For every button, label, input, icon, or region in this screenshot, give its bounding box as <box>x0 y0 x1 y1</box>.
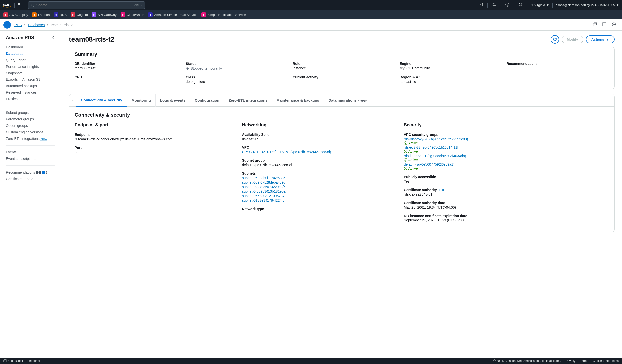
account-menu[interactable]: hsholt@clemson.edu @ 2748-1532-1855 ▼ <box>556 3 619 7</box>
sidebar-item-automated-backups[interactable]: Automated backups <box>0 83 61 89</box>
tab-data-migrations-[interactable]: Data migrations - new <box>324 94 371 107</box>
cloudshell-icon[interactable] <box>477 1 484 9</box>
favorite-lambda[interactable]: ◆Lambda <box>32 12 50 17</box>
sidebar-collapse-icon[interactable] <box>52 36 55 40</box>
subnet-link[interactable]: subnet-06083b0f11a4e5336 <box>242 176 392 180</box>
copy-icon[interactable]: ⧉ <box>75 137 77 141</box>
panel-icon[interactable] <box>600 21 609 29</box>
ca-label: Certificate authority <box>404 188 437 192</box>
svg-rect-19 <box>593 23 596 26</box>
summary-cell <box>502 72 609 85</box>
search-input[interactable] <box>36 3 131 7</box>
search-shortcut: [Alt+S] <box>133 3 142 7</box>
sidebar-item-zero-etl-integrations[interactable]: Zero-ETL integrationsNew <box>0 135 61 142</box>
svg-point-22 <box>612 23 616 26</box>
sidebar-item-query-editor[interactable]: Query Editor <box>0 57 61 63</box>
subnet-link[interactable]: subnet-0f55953013b181eba <box>242 189 392 193</box>
security-group-link[interactable]: rds-rdsproxy-20 (sg-025cde0fa72593c83) <box>404 137 468 141</box>
favorites-bar: ◆AWS Amplify◆Lambda◆RDS◆Cognito◆API Gate… <box>0 10 622 19</box>
svg-rect-7 <box>18 6 19 6</box>
summary-cell: Region & AZus-east-1c <box>395 72 502 85</box>
summary-cell: EngineMySQL Community <box>395 61 502 72</box>
tab-zero-etl-integrations[interactable]: Zero-ETL integrations <box>224 94 272 107</box>
svg-rect-6 <box>21 4 21 5</box>
sidebar-item-events[interactable]: Events <box>0 149 61 155</box>
subnet-link[interactable]: subnet-0183e341784f224fd <box>242 198 392 202</box>
global-search[interactable]: [Alt+S] <box>28 1 145 9</box>
ca-value: rds-ca-rsa2048-g1 <box>404 192 609 196</box>
sidebar-item-subnet-groups[interactable]: Subnet groups <box>0 109 61 116</box>
tabs-bar: ‹ Connectivity & securityMonitoringLogs … <box>69 94 614 107</box>
favorite-rds[interactable]: ◆RDS <box>54 12 67 17</box>
favorite-simple-notification-service[interactable]: ◆Simple Notification Service <box>201 12 246 17</box>
favorite-api-gateway[interactable]: ◆API Gateway <box>92 12 117 17</box>
breadcrumb-root[interactable]: RDS <box>14 23 22 27</box>
subnet-link[interactable]: subnet-065e8031270957879 <box>242 194 392 198</box>
vpc-label: VPC <box>242 146 392 149</box>
favorite-cognito[interactable]: ◆Cognito <box>71 12 88 17</box>
breadcrumb-bar: RDS › Databases › team08-rds-t2 <box>0 19 622 31</box>
tab-connectivity-security[interactable]: Connectivity & security <box>76 94 127 107</box>
breadcrumb-parent[interactable]: Databases <box>28 23 45 27</box>
summary-cell: CPU- <box>75 72 181 85</box>
modify-button[interactable]: Modify <box>562 36 583 43</box>
sidebar-item-exports-in-amazon-s3[interactable]: Exports in Amazon S3 <box>0 76 61 83</box>
endpoint-port-title: Endpoint & port <box>75 122 231 128</box>
tab-configuration[interactable]: Configuration <box>190 94 224 107</box>
notifications-icon[interactable] <box>491 1 498 9</box>
sidebar-item-custom-engine-versions[interactable]: Custom engine versions <box>0 129 61 135</box>
vpc-link[interactable]: CPSC 4910-4620 Default VPC (vpc-07fb1e82… <box>242 150 331 154</box>
security-group-link[interactable]: default (sg-0e56077592f6eb9a1) <box>404 162 454 166</box>
db-cert-label: DB instance certificate expiration date <box>404 214 609 218</box>
sidebar-item-recommendations[interactable]: Recommendations22 <box>0 169 61 176</box>
side-nav-toggle[interactable] <box>3 21 11 29</box>
sidebar-item-snapshots[interactable]: Snapshots <box>0 70 61 76</box>
region-selector[interactable]: N. Virginia ▼ <box>530 3 549 7</box>
sidebar-item-databases[interactable]: Databases <box>0 50 61 57</box>
status-active: Active <box>404 141 609 145</box>
page-title: team08-rds-t2 <box>69 35 551 43</box>
tab-maintenance-backups[interactable]: Maintenance & backups <box>272 94 324 107</box>
tab-monitoring[interactable]: Monitoring <box>127 94 155 107</box>
settings-icon[interactable] <box>517 1 524 9</box>
vpc-sg-label: VPC security groups <box>404 133 609 137</box>
subnet-link[interactable]: subnet-02279d6673220e8f6 <box>242 185 392 189</box>
tab-scroll-right[interactable]: › <box>607 98 614 102</box>
tab-logs-events[interactable]: Logs & events <box>156 94 190 107</box>
sidebar-item-performance-insights[interactable]: Performance insights <box>0 63 61 70</box>
open-external-icon[interactable] <box>590 21 600 29</box>
aws-logo[interactable]: aws <box>3 3 11 8</box>
security-group-link[interactable]: rds-lambda-31 (sg-0addbc6c03f4034d8) <box>404 154 466 158</box>
actions-button[interactable]: Actions ▼ <box>586 35 615 43</box>
svg-line-11 <box>33 6 34 7</box>
service-icon: ◆ <box>54 12 58 17</box>
chevron-right-icon: › <box>24 23 26 27</box>
sidebar-item-dashboard[interactable]: Dashboard <box>0 44 61 50</box>
summary-cell: Current activity <box>288 72 395 85</box>
sidebar-item-certificate-update[interactable]: Certificate update <box>0 176 61 182</box>
favorite-aws-amplify[interactable]: ◆AWS Amplify <box>3 12 28 17</box>
chevron-right-icon: › <box>47 23 48 27</box>
svg-point-23 <box>613 24 615 25</box>
port-value: 3306 <box>75 150 231 154</box>
security-group-link[interactable]: rds-ec2-33 (sg-04905c1b16514f11f) <box>404 146 459 149</box>
subnet-link[interactable]: subnet-059f07b28deba4c9d <box>242 180 392 184</box>
services-grid-icon[interactable] <box>18 3 22 7</box>
refresh-button[interactable] <box>551 35 559 44</box>
sidebar-item-event-subscriptions[interactable]: Event subscriptions <box>0 155 61 162</box>
sidebar-item-proxies[interactable]: Proxies <box>0 96 61 102</box>
svg-rect-1 <box>18 3 19 4</box>
info-link[interactable]: Info <box>439 188 444 192</box>
az-value: us-east-1c <box>242 137 392 141</box>
svg-rect-12 <box>479 3 483 6</box>
favorite-cloudwatch[interactable]: ◆CloudWatch <box>121 12 144 17</box>
status-active: Active <box>404 166 609 170</box>
preferences-icon[interactable] <box>609 21 619 29</box>
sidebar-item-reserved-instances[interactable]: Reserved instances <box>0 89 61 96</box>
svg-rect-20 <box>603 23 606 26</box>
sidebar-item-option-groups[interactable]: Option groups <box>0 122 61 129</box>
main-content: team08-rds-t2 Modify Actions ▼ Summary D… <box>61 31 622 358</box>
favorite-amazon-simple-email-service[interactable]: ◆Amazon Simple Email Service <box>148 12 197 17</box>
sidebar-item-parameter-groups[interactable]: Parameter groups <box>0 116 61 122</box>
help-icon[interactable]: ? <box>504 1 511 9</box>
